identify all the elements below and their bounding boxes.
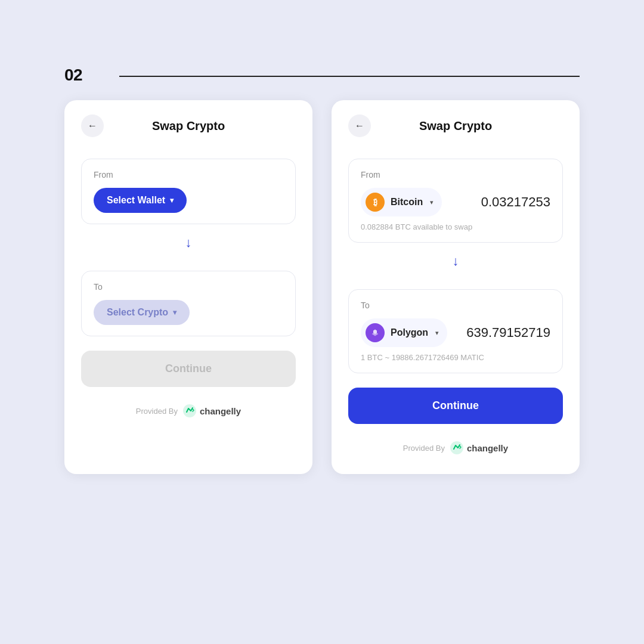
polygon-selector[interactable]: Polygon ▾ (361, 318, 447, 347)
back-button-left[interactable]: ← (81, 114, 104, 137)
page-number: 02 (64, 66, 82, 85)
bitcoin-name: Bitcoin (391, 197, 423, 208)
select-wallet-arrow-icon: ▾ (170, 196, 174, 205)
svg-point-1 (450, 441, 463, 454)
available-text: 0.082884 BTC available to swap (361, 222, 550, 231)
to-label-right: To (361, 301, 550, 310)
card-left: ← Swap Crypto From Select Wallet ▾ ↓ To … (64, 100, 312, 474)
divider-line (119, 76, 580, 77)
card-right: ← Swap Crypto From ₿ Bitcoin ▾ 0.0321725… (332, 100, 580, 474)
select-crypto-arrow-icon: ▾ (173, 308, 177, 317)
from-section-left: From Select Wallet ▾ (81, 159, 296, 224)
provided-by-label-left: Provided By (136, 407, 178, 416)
bitcoin-icon: ₿ (366, 193, 385, 212)
select-wallet-label: Select Wallet (107, 195, 165, 206)
card-left-body: From Select Wallet ▾ ↓ To Select Crypto … (64, 159, 312, 418)
down-arrow-icon-left: ↓ (185, 235, 192, 250)
card-right-header: ← Swap Crypto (332, 100, 580, 149)
from-crypto-row: ₿ Bitcoin ▾ 0.03217253 (361, 188, 550, 216)
card-right-title: Swap Crypto (419, 119, 492, 133)
conversion-text: 1 BTC ~ 19886.2671726469 MATIC (361, 353, 550, 362)
changelly-logo-right: changelly (450, 441, 508, 455)
to-crypto-row: Polygon ▾ 639.79152719 (361, 318, 550, 347)
polygon-name: Polygon (391, 327, 428, 338)
card-right-body: From ₿ Bitcoin ▾ 0.03217253 0.082884 BTC… (332, 159, 580, 455)
to-label-left: To (94, 282, 283, 292)
select-crypto-button[interactable]: Select Crypto ▾ (94, 300, 190, 325)
swap-arrow-left: ↓ (81, 224, 296, 261)
select-wallet-button[interactable]: Select Wallet ▾ (94, 188, 187, 213)
changelly-icon-left (182, 404, 197, 418)
from-section-right: From ₿ Bitcoin ▾ 0.03217253 0.082884 BTC… (348, 159, 563, 243)
changelly-icon-right (450, 441, 464, 455)
provided-by-left: Provided By changelly (81, 404, 296, 418)
back-arrow-icon-left: ← (88, 120, 97, 131)
back-button-right[interactable]: ← (348, 114, 371, 137)
polygon-caret-icon: ▾ (435, 329, 439, 337)
continue-button-left[interactable]: Continue (81, 351, 296, 387)
card-left-header: ← Swap Crypto (64, 100, 312, 149)
changelly-logo-left: changelly (182, 404, 241, 418)
polygon-icon (366, 323, 385, 342)
cards-container: ← Swap Crypto From Select Wallet ▾ ↓ To … (64, 100, 580, 474)
to-section-left: To Select Crypto ▾ (81, 271, 296, 336)
continue-button-right[interactable]: Continue (348, 388, 563, 424)
changelly-text-right: changelly (467, 443, 508, 453)
bitcoin-selector[interactable]: ₿ Bitcoin ▾ (361, 188, 442, 216)
from-label-right: From (361, 170, 550, 179)
provided-by-right: Provided By changelly (348, 441, 563, 455)
bitcoin-caret-icon: ▾ (430, 199, 434, 206)
down-arrow-icon-right: ↓ (453, 253, 459, 269)
changelly-text-left: changelly (200, 406, 241, 416)
select-crypto-label: Select Crypto (107, 307, 168, 318)
swap-arrow-right: ↓ (348, 243, 563, 280)
to-section-right: To Polygon ▾ 639.79152719 1 (348, 289, 563, 373)
card-left-title: Swap Crypto (152, 119, 225, 133)
svg-point-0 (183, 404, 196, 417)
from-label-left: From (94, 170, 283, 179)
to-amount: 639.79152719 (466, 325, 550, 340)
from-amount: 0.03217253 (481, 194, 550, 210)
provided-by-label-right: Provided By (403, 444, 445, 453)
back-arrow-icon-right: ← (355, 120, 364, 131)
